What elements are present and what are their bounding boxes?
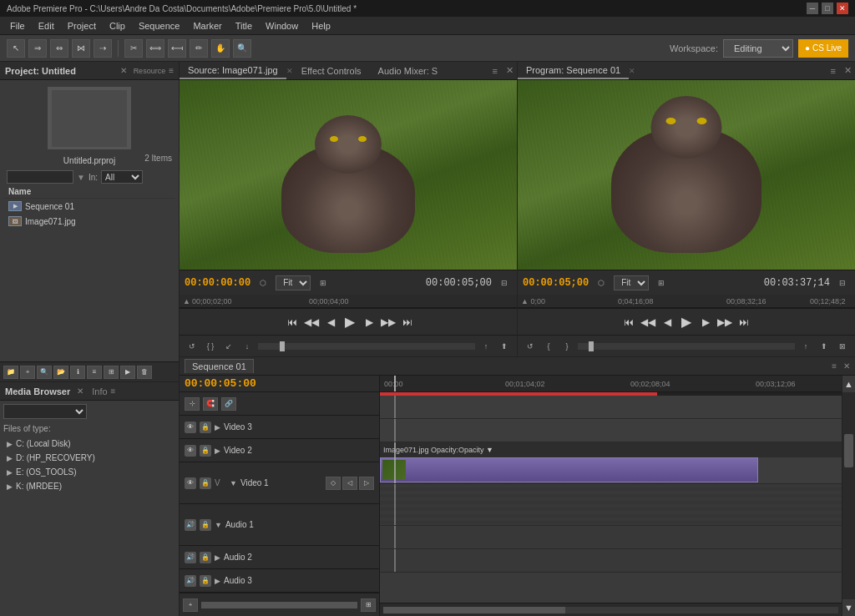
source-fwd-frame[interactable]: ▶ bbox=[361, 314, 377, 331]
program-trim[interactable]: ⊠ bbox=[835, 339, 850, 354]
tool-hand[interactable]: ✋ bbox=[211, 39, 230, 58]
workspace-dropdown[interactable]: Editing bbox=[723, 39, 793, 58]
track-video3-eye[interactable]: 👁 bbox=[185, 422, 196, 433]
track-audio2-arrow[interactable]: ▶ bbox=[215, 553, 220, 562]
tool-slip[interactable]: ⟺ bbox=[146, 39, 164, 58]
track-audio1-lock[interactable]: 🔒 bbox=[200, 519, 211, 531]
tl-add-track[interactable]: + bbox=[183, 598, 198, 612]
menu-marker[interactable]: Marker bbox=[186, 19, 228, 33]
source-mark-clip[interactable]: { } bbox=[203, 339, 218, 354]
source-step-fwd[interactable]: ▶▶ bbox=[380, 314, 397, 331]
new-item-button[interactable]: + bbox=[20, 366, 35, 379]
tl-zoom-slider[interactable] bbox=[201, 602, 357, 608]
new-folder-button[interactable]: 📂 bbox=[53, 366, 68, 379]
tool-slide[interactable]: ⟻ bbox=[168, 39, 186, 58]
menu-edit[interactable]: Edit bbox=[32, 19, 61, 33]
source-overwrite[interactable]: ↓ bbox=[240, 339, 255, 354]
program-mark-in[interactable]: ⬡ bbox=[594, 275, 609, 290]
close-button[interactable]: ✕ bbox=[837, 3, 848, 14]
menu-window[interactable]: Window bbox=[259, 19, 305, 33]
source-jog-bar[interactable] bbox=[258, 343, 475, 350]
source-loop[interactable]: ↺ bbox=[185, 339, 200, 354]
source-tab-close[interactable]: ✕ bbox=[286, 67, 293, 75]
project-panel-close[interactable]: ✕ bbox=[120, 66, 127, 75]
track-video3-arrow[interactable]: ▶ bbox=[215, 423, 220, 432]
tl-btn-linked[interactable]: 🔗 bbox=[221, 397, 236, 411]
track-video3-lock[interactable]: 🔒 bbox=[200, 422, 211, 433]
track-video1-keyframe[interactable]: ◇ bbox=[326, 477, 341, 490]
minimize-button[interactable]: ─ bbox=[807, 3, 818, 14]
source-time-in[interactable]: 00:00:00:00 bbox=[185, 277, 250, 289]
v-scroll-down[interactable]: ▼ bbox=[842, 599, 855, 616]
program-jog-handle[interactable] bbox=[589, 341, 594, 351]
track-video2-arrow[interactable]: ▶ bbox=[215, 447, 220, 455]
tl-btn-add-marker[interactable]: ⊹ bbox=[185, 397, 200, 411]
v-scroll-up[interactable]: ▲ bbox=[842, 376, 855, 392]
tool-select[interactable]: ↖ bbox=[7, 39, 25, 58]
track-audio3-eye[interactable]: 🔊 bbox=[185, 575, 196, 587]
source-play-stop[interactable]: ▶ bbox=[341, 314, 358, 331]
track-video1-next-key[interactable]: ▷ bbox=[359, 477, 374, 490]
menu-sequence[interactable]: Sequence bbox=[132, 19, 187, 33]
tool-ripple[interactable]: ⇔ bbox=[50, 39, 68, 58]
timeline-panel-close[interactable]: ✕ bbox=[843, 361, 850, 371]
project-tab2[interactable]: Resource bbox=[134, 67, 166, 75]
source-step-back[interactable]: ◀◀ bbox=[303, 314, 320, 331]
program-tab[interactable]: Program: Sequence 01 bbox=[518, 63, 629, 79]
tool-roll[interactable]: ⋈ bbox=[72, 39, 90, 58]
source-extract[interactable]: ⬆ bbox=[497, 339, 512, 354]
source-step-back-far[interactable]: ⏮ bbox=[284, 314, 301, 331]
program-mark-in-btn[interactable]: { bbox=[541, 339, 556, 354]
source-settings[interactable]: ⊞ bbox=[316, 275, 331, 290]
program-step-fwd-far[interactable]: ⏭ bbox=[736, 314, 752, 331]
timeline-timecode[interactable]: 00:00:05:00 bbox=[185, 377, 256, 390]
track-audio2-eye[interactable]: 🔊 bbox=[185, 552, 196, 563]
delete-button[interactable]: 🗑 bbox=[137, 366, 152, 379]
drive-k[interactable]: ▶ K: (MRDEE) bbox=[3, 479, 175, 493]
video-clip-body[interactable] bbox=[380, 457, 758, 482]
source-fit-dropdown[interactable]: Fit bbox=[276, 275, 311, 290]
h-scrollbar-thumb[interactable] bbox=[383, 607, 565, 613]
program-play-stop[interactable]: ▶ bbox=[678, 314, 695, 331]
track-video1-prev-key[interactable]: ◁ bbox=[342, 477, 357, 490]
info-tab[interactable]: Info bbox=[92, 386, 107, 396]
source-mark-in[interactable]: ⬡ bbox=[255, 275, 271, 290]
project-item-image[interactable]: 🖼 Image071.jpg bbox=[3, 214, 175, 229]
program-step-back-far[interactable]: ⏮ bbox=[620, 314, 637, 331]
track-audio3-lock[interactable]: 🔒 bbox=[200, 575, 211, 587]
info-button[interactable]: ℹ bbox=[70, 366, 85, 379]
menu-help[interactable]: Help bbox=[305, 19, 337, 33]
project-panel-menu[interactable]: ≡ bbox=[169, 66, 174, 75]
program-loop[interactable]: ↺ bbox=[523, 339, 538, 354]
program-extract[interactable]: ⬆ bbox=[817, 339, 832, 354]
menu-clip[interactable]: Clip bbox=[103, 19, 132, 33]
tool-rate[interactable]: ⇢ bbox=[94, 39, 112, 58]
menu-file[interactable]: File bbox=[3, 19, 32, 33]
list-view-button[interactable]: ≡ bbox=[87, 366, 102, 379]
source-jog-handle[interactable] bbox=[280, 341, 285, 351]
source-panel-close[interactable]: ✕ bbox=[503, 65, 517, 76]
media-browser-menu[interactable]: ≡ bbox=[111, 386, 116, 396]
source-back-frame[interactable]: ◀ bbox=[322, 314, 339, 331]
project-search-input[interactable] bbox=[7, 170, 73, 184]
maximize-button[interactable]: □ bbox=[822, 3, 833, 14]
tl-btn-snap[interactable]: 🧲 bbox=[203, 397, 218, 411]
tool-zoom[interactable]: 🔍 bbox=[233, 39, 251, 58]
track-video1-eye[interactable]: 👁 bbox=[185, 477, 196, 489]
tool-track-select[interactable]: ⇒ bbox=[28, 39, 47, 58]
program-panel-close[interactable]: ✕ bbox=[841, 65, 855, 76]
track-audio1-eye[interactable]: 🔊 bbox=[185, 519, 196, 531]
tl-settings[interactable]: ⊞ bbox=[361, 598, 376, 612]
program-fit-dropdown[interactable]: Fit bbox=[614, 275, 649, 290]
file-type-dropdown[interactable] bbox=[3, 404, 87, 419]
drive-c[interactable]: ▶ C: (Local Disk) bbox=[3, 437, 175, 451]
track-video2-lock[interactable]: 🔒 bbox=[200, 445, 211, 457]
effect-controls-tab[interactable]: Effect Controls bbox=[293, 63, 370, 78]
program-lift[interactable]: ↑ bbox=[798, 339, 813, 354]
program-safe-margins[interactable]: ⊟ bbox=[835, 275, 850, 290]
audio-mixer-tab[interactable]: Audio Mixer: S bbox=[370, 63, 447, 78]
program-time-in[interactable]: 00:00:05;00 bbox=[523, 277, 589, 289]
program-panel-menu[interactable]: ≡ bbox=[826, 66, 841, 76]
automate-button[interactable]: ▶ bbox=[120, 366, 135, 379]
program-step-back[interactable]: ◀◀ bbox=[640, 314, 656, 331]
